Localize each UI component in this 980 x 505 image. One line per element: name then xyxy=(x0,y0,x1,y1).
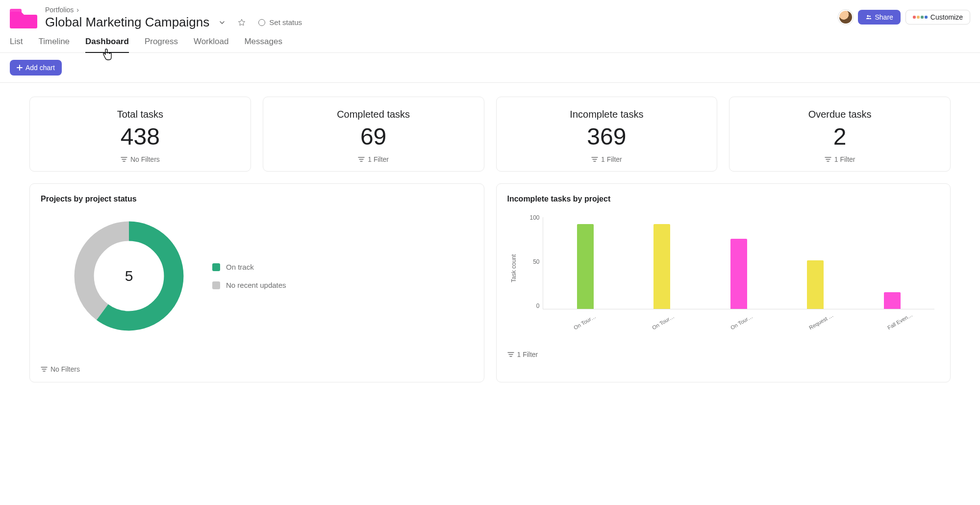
header-actions: Share Customize xyxy=(838,10,971,25)
x-label: On Tour… xyxy=(724,314,752,334)
filter-icon xyxy=(41,366,48,372)
tab-label: Workload xyxy=(194,37,229,46)
title-row: Global Marketing Campaigns Set status xyxy=(45,15,830,30)
filter-text: 1 Filter xyxy=(834,155,855,163)
star-icon xyxy=(238,19,246,26)
header-top-row: Portfolios › Global Marketing Campaigns … xyxy=(10,6,970,30)
tab-label: Messages xyxy=(244,37,282,46)
stat-filter[interactable]: 1 Filter xyxy=(825,155,855,163)
y-axis-label: Task count xyxy=(510,214,517,322)
donut-chart: 5 xyxy=(70,217,188,335)
x-label: On Tour… xyxy=(567,314,595,334)
breadcrumb-root[interactable]: Portfolios xyxy=(45,6,74,14)
header-meta: Portfolios › Global Marketing Campaigns … xyxy=(45,6,830,30)
add-chart-button[interactable]: Add chart xyxy=(10,60,62,76)
tab-timeline[interactable]: Timeline xyxy=(38,37,70,52)
tab-dashboard[interactable]: Dashboard xyxy=(85,37,129,52)
filter-text: No Filters xyxy=(50,365,80,373)
stat-value: 438 xyxy=(121,125,160,149)
svg-point-0 xyxy=(867,15,869,17)
plus-icon xyxy=(17,65,23,71)
stat-card-overdue-tasks[interactable]: Overdue tasks 2 1 Filter xyxy=(729,97,951,172)
donut-center-value: 5 xyxy=(70,217,188,335)
stat-cards-row: Total tasks 438 No Filters Completed tas… xyxy=(29,97,951,172)
stat-label: Completed tasks xyxy=(337,109,410,120)
tab-messages[interactable]: Messages xyxy=(244,37,282,52)
stat-filter[interactable]: No Filters xyxy=(121,155,160,163)
legend-label: On track xyxy=(226,263,254,271)
tab-workload[interactable]: Workload xyxy=(194,37,229,52)
customize-grid-icon xyxy=(913,16,928,19)
x-label: Fall Even… xyxy=(880,314,909,334)
bar[interactable] xyxy=(884,292,901,309)
stat-filter[interactable]: 1 Filter xyxy=(591,155,622,163)
set-status-button[interactable]: Set status xyxy=(254,16,306,28)
x-label: Request … xyxy=(802,314,830,334)
legend-swatch xyxy=(212,281,220,289)
stat-value: 69 xyxy=(360,125,386,149)
share-button[interactable]: Share xyxy=(858,10,901,25)
chart-footer: 1 Filter xyxy=(507,349,940,358)
stat-filter[interactable]: 1 Filter xyxy=(358,155,389,163)
svg-point-1 xyxy=(869,16,870,17)
chart-card-project-status[interactable]: Projects by project status 5 On track xyxy=(29,183,484,382)
stat-label: Total tasks xyxy=(117,109,163,120)
x-axis-labels: On Tour…On Tour…On Tour…Request …Fall Ev… xyxy=(543,329,935,335)
stat-card-incomplete-tasks[interactable]: Incomplete tasks 369 1 Filter xyxy=(496,97,718,172)
bar[interactable] xyxy=(653,224,670,309)
filter-text: 1 Filter xyxy=(368,155,389,163)
y-tick: 0 xyxy=(523,303,540,309)
chevron-down-icon xyxy=(219,19,226,26)
y-tick: 50 xyxy=(523,258,540,265)
stat-card-total-tasks[interactable]: Total tasks 438 No Filters xyxy=(29,97,251,172)
donut-chart-area: 5 On track No recent updates xyxy=(41,212,473,347)
chart-footer: No Filters xyxy=(41,363,473,373)
donut-legend: On track No recent updates xyxy=(212,263,286,289)
dashboard-body: Total tasks 438 No Filters Completed tas… xyxy=(0,83,980,402)
stat-value: 369 xyxy=(587,125,626,149)
legend-item-no-updates[interactable]: No recent updates xyxy=(212,281,286,289)
filter-text: 1 Filter xyxy=(601,155,622,163)
portfolio-folder-icon xyxy=(10,7,37,28)
chart-card-incomplete-by-project[interactable]: Incomplete tasks by project Task count 1… xyxy=(496,183,951,382)
tab-label: Dashboard xyxy=(85,37,129,46)
customize-label: Customize xyxy=(930,13,963,21)
legend-label: No recent updates xyxy=(226,281,286,289)
page-header: Portfolios › Global Marketing Campaigns … xyxy=(0,0,980,53)
title-dropdown-button[interactable] xyxy=(215,16,229,29)
user-avatar[interactable] xyxy=(838,10,853,25)
bar[interactable] xyxy=(577,224,594,309)
stat-label: Incomplete tasks xyxy=(570,109,643,120)
share-label: Share xyxy=(875,13,893,21)
legend-swatch xyxy=(212,263,220,271)
stat-value: 2 xyxy=(833,125,847,149)
legend-item-on-track[interactable]: On track xyxy=(212,263,286,271)
chart-title: Incomplete tasks by project xyxy=(507,195,940,203)
chart-filter[interactable]: 1 Filter xyxy=(507,351,538,358)
favorite-button[interactable] xyxy=(235,16,249,29)
tab-list[interactable]: List xyxy=(10,37,23,52)
status-circle-icon xyxy=(258,19,265,26)
tab-label: List xyxy=(10,37,23,46)
stat-label: Overdue tasks xyxy=(808,109,872,120)
chevron-right-icon: › xyxy=(76,6,79,14)
page-title: Global Marketing Campaigns xyxy=(45,15,209,30)
customize-button[interactable]: Customize xyxy=(905,10,970,25)
charts-row: Projects by project status 5 On track xyxy=(29,183,951,382)
bar-plot: 100 50 0 On Tour…On Tour…On Tour…Request… xyxy=(523,214,935,322)
x-label: On Tour… xyxy=(645,314,674,334)
tab-progress[interactable]: Progress xyxy=(145,37,178,52)
stat-card-completed-tasks[interactable]: Completed tasks 69 1 Filter xyxy=(263,97,484,172)
filter-text: No Filters xyxy=(130,155,160,163)
people-icon xyxy=(865,14,872,21)
chart-filter[interactable]: No Filters xyxy=(41,365,80,373)
set-status-label: Set status xyxy=(269,18,302,26)
bar[interactable] xyxy=(730,239,747,309)
tab-label: Timeline xyxy=(38,37,70,46)
y-tick: 100 xyxy=(523,214,540,221)
breadcrumb[interactable]: Portfolios › xyxy=(45,6,830,14)
filter-icon xyxy=(825,156,831,162)
bar[interactable] xyxy=(807,260,824,309)
filter-text: 1 Filter xyxy=(517,351,538,358)
view-tabs: List Timeline Dashboard Progress Workloa… xyxy=(10,37,970,52)
